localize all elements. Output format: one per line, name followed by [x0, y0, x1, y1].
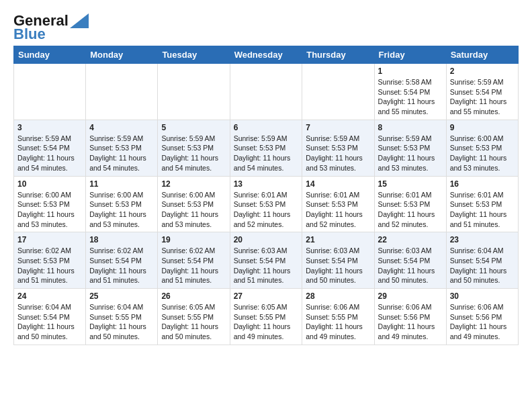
- calendar-cell: [86, 64, 158, 120]
- week-row-4: 24Sunrise: 6:04 AM Sunset: 5:54 PM Dayli…: [14, 289, 519, 345]
- day-info: Sunrise: 6:04 AM Sunset: 5:54 PM Dayligh…: [17, 302, 82, 342]
- day-number: 24: [17, 291, 82, 301]
- day-info: Sunrise: 6:04 AM Sunset: 5:55 PM Dayligh…: [89, 302, 154, 342]
- day-number: 1: [378, 66, 443, 76]
- calendar-cell: 2Sunrise: 5:59 AM Sunset: 5:54 PM Daylig…: [446, 64, 518, 120]
- day-number: 16: [450, 179, 515, 189]
- calendar-cell: [158, 64, 230, 120]
- day-number: 14: [306, 179, 370, 189]
- day-number: 21: [306, 235, 370, 244]
- day-number: 26: [161, 291, 226, 301]
- day-number: 23: [450, 235, 515, 244]
- day-info: Sunrise: 5:59 AM Sunset: 5:53 PM Dayligh…: [161, 134, 226, 173]
- day-number: 22: [378, 235, 443, 244]
- day-number: 12: [161, 179, 226, 189]
- calendar-cell: 3Sunrise: 5:59 AM Sunset: 5:54 PM Daylig…: [14, 120, 86, 176]
- col-header-thursday: Thursday: [302, 46, 374, 64]
- day-info: Sunrise: 5:58 AM Sunset: 5:54 PM Dayligh…: [378, 77, 443, 117]
- calendar-cell: 1Sunrise: 5:58 AM Sunset: 5:54 PM Daylig…: [374, 64, 446, 120]
- day-info: Sunrise: 6:01 AM Sunset: 5:53 PM Dayligh…: [234, 190, 299, 230]
- day-number: 3: [17, 123, 82, 132]
- col-header-monday: Monday: [86, 46, 158, 64]
- calendar-cell: 7Sunrise: 5:59 AM Sunset: 5:53 PM Daylig…: [302, 120, 374, 176]
- week-row-0: 1Sunrise: 5:58 AM Sunset: 5:54 PM Daylig…: [14, 64, 519, 120]
- page: General Blue SundayMondayTuesdayWednesda…: [0, 0, 532, 352]
- day-info: Sunrise: 5:59 AM Sunset: 5:53 PM Dayligh…: [306, 134, 370, 173]
- day-number: 11: [89, 179, 154, 189]
- day-info: Sunrise: 6:03 AM Sunset: 5:54 PM Dayligh…: [378, 246, 443, 285]
- calendar-cell: 16Sunrise: 6:01 AM Sunset: 5:53 PM Dayli…: [446, 176, 518, 232]
- calendar-cell: 29Sunrise: 6:06 AM Sunset: 5:56 PM Dayli…: [374, 289, 446, 345]
- calendar-cell: 24Sunrise: 6:04 AM Sunset: 5:54 PM Dayli…: [14, 289, 86, 345]
- day-info: Sunrise: 6:00 AM Sunset: 5:53 PM Dayligh…: [89, 190, 154, 230]
- calendar-cell: 11Sunrise: 6:00 AM Sunset: 5:53 PM Dayli…: [86, 176, 158, 232]
- calendar-cell: 23Sunrise: 6:04 AM Sunset: 5:54 PM Dayli…: [446, 232, 518, 289]
- header: General Blue: [13, 13, 519, 42]
- col-header-friday: Friday: [374, 46, 446, 64]
- week-row-1: 3Sunrise: 5:59 AM Sunset: 5:54 PM Daylig…: [14, 120, 519, 176]
- day-info: Sunrise: 6:05 AM Sunset: 5:55 PM Dayligh…: [234, 302, 299, 342]
- day-info: Sunrise: 5:59 AM Sunset: 5:54 PM Dayligh…: [450, 77, 515, 117]
- day-number: 25: [89, 291, 154, 301]
- logo-triangle-icon: [70, 13, 89, 28]
- calendar-cell: 20Sunrise: 6:03 AM Sunset: 5:54 PM Dayli…: [230, 232, 302, 289]
- calendar-cell: 14Sunrise: 6:01 AM Sunset: 5:53 PM Dayli…: [302, 176, 374, 232]
- day-number: 29: [378, 291, 443, 301]
- day-number: 27: [234, 291, 299, 301]
- calendar-cell: 6Sunrise: 5:59 AM Sunset: 5:53 PM Daylig…: [230, 120, 302, 176]
- day-number: 15: [378, 179, 443, 189]
- day-info: Sunrise: 5:59 AM Sunset: 5:54 PM Dayligh…: [17, 134, 82, 173]
- calendar-cell: 9Sunrise: 6:00 AM Sunset: 5:53 PM Daylig…: [446, 120, 518, 176]
- calendar-cell: 10Sunrise: 6:00 AM Sunset: 5:53 PM Dayli…: [14, 176, 86, 232]
- calendar-cell: [14, 64, 86, 120]
- day-info: Sunrise: 6:02 AM Sunset: 5:53 PM Dayligh…: [17, 246, 82, 285]
- day-info: Sunrise: 6:00 AM Sunset: 5:53 PM Dayligh…: [161, 190, 226, 230]
- calendar-cell: 5Sunrise: 5:59 AM Sunset: 5:53 PM Daylig…: [158, 120, 230, 176]
- calendar: SundayMondayTuesdayWednesdayThursdayFrid…: [13, 46, 519, 345]
- day-info: Sunrise: 6:02 AM Sunset: 5:54 PM Dayligh…: [161, 246, 226, 285]
- calendar-cell: 21Sunrise: 6:03 AM Sunset: 5:54 PM Dayli…: [302, 232, 374, 289]
- day-info: Sunrise: 6:06 AM Sunset: 5:56 PM Dayligh…: [450, 302, 515, 342]
- calendar-cell: 17Sunrise: 6:02 AM Sunset: 5:53 PM Dayli…: [14, 232, 86, 289]
- calendar-cell: 28Sunrise: 6:06 AM Sunset: 5:55 PM Dayli…: [302, 289, 374, 345]
- col-header-sunday: Sunday: [14, 46, 86, 64]
- day-number: 8: [378, 123, 443, 132]
- logo: General Blue: [13, 13, 89, 42]
- day-info: Sunrise: 6:02 AM Sunset: 5:54 PM Dayligh…: [89, 246, 154, 285]
- calendar-cell: [302, 64, 374, 120]
- calendar-header-row: SundayMondayTuesdayWednesdayThursdayFrid…: [14, 46, 519, 64]
- calendar-cell: 19Sunrise: 6:02 AM Sunset: 5:54 PM Dayli…: [158, 232, 230, 289]
- calendar-cell: 15Sunrise: 6:01 AM Sunset: 5:53 PM Dayli…: [374, 176, 446, 232]
- day-number: 2: [450, 66, 515, 76]
- day-info: Sunrise: 6:03 AM Sunset: 5:54 PM Dayligh…: [306, 246, 370, 285]
- calendar-cell: 30Sunrise: 6:06 AM Sunset: 5:56 PM Dayli…: [446, 289, 518, 345]
- day-info: Sunrise: 5:59 AM Sunset: 5:53 PM Dayligh…: [89, 134, 154, 173]
- day-info: Sunrise: 5:59 AM Sunset: 5:53 PM Dayligh…: [378, 134, 443, 173]
- day-info: Sunrise: 6:00 AM Sunset: 5:53 PM Dayligh…: [450, 134, 515, 173]
- day-number: 7: [306, 123, 370, 132]
- week-row-2: 10Sunrise: 6:00 AM Sunset: 5:53 PM Dayli…: [14, 176, 519, 232]
- day-info: Sunrise: 5:59 AM Sunset: 5:53 PM Dayligh…: [234, 134, 299, 173]
- calendar-cell: 13Sunrise: 6:01 AM Sunset: 5:53 PM Dayli…: [230, 176, 302, 232]
- day-number: 28: [306, 291, 370, 301]
- col-header-wednesday: Wednesday: [230, 46, 302, 64]
- calendar-cell: 27Sunrise: 6:05 AM Sunset: 5:55 PM Dayli…: [230, 289, 302, 345]
- day-number: 20: [234, 235, 299, 244]
- calendar-cell: 8Sunrise: 5:59 AM Sunset: 5:53 PM Daylig…: [374, 120, 446, 176]
- day-number: 17: [17, 235, 82, 244]
- calendar-cell: 26Sunrise: 6:05 AM Sunset: 5:55 PM Dayli…: [158, 289, 230, 345]
- col-header-saturday: Saturday: [446, 46, 518, 64]
- day-number: 4: [89, 123, 154, 132]
- calendar-cell: 12Sunrise: 6:00 AM Sunset: 5:53 PM Dayli…: [158, 176, 230, 232]
- calendar-cell: 22Sunrise: 6:03 AM Sunset: 5:54 PM Dayli…: [374, 232, 446, 289]
- calendar-cell: 18Sunrise: 6:02 AM Sunset: 5:54 PM Dayli…: [86, 232, 158, 289]
- day-info: Sunrise: 6:01 AM Sunset: 5:53 PM Dayligh…: [378, 190, 443, 230]
- calendar-cell: 25Sunrise: 6:04 AM Sunset: 5:55 PM Dayli…: [86, 289, 158, 345]
- day-info: Sunrise: 6:01 AM Sunset: 5:53 PM Dayligh…: [450, 190, 515, 230]
- calendar-cell: [230, 64, 302, 120]
- day-number: 10: [17, 179, 82, 189]
- col-header-tuesday: Tuesday: [158, 46, 230, 64]
- calendar-cell: 4Sunrise: 5:59 AM Sunset: 5:53 PM Daylig…: [86, 120, 158, 176]
- day-number: 9: [450, 123, 515, 132]
- day-info: Sunrise: 6:01 AM Sunset: 5:53 PM Dayligh…: [306, 190, 370, 230]
